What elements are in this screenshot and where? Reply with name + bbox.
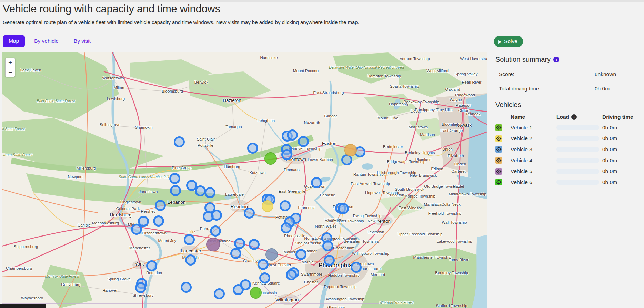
map-label: Parsippany-Troy Hills: [415, 108, 453, 112]
tab-by-visit[interactable]: By visit: [68, 35, 97, 47]
map-marker-visit[interactable]: [281, 222, 292, 233]
map-label: Haddon Township: [328, 273, 359, 277]
solution-summary-table: Score: unknown Total driving time: 0h 0m: [495, 67, 642, 96]
map-marker-visit[interactable]: [195, 185, 206, 196]
vehicle-row[interactable]: Vehicle 4 0h 0m: [495, 155, 642, 166]
map-marker-visit[interactable]: [185, 254, 196, 266]
vehicle-load-bar: [556, 147, 599, 152]
column-driving-time: Driving time: [602, 114, 642, 120]
map-label: Easton: [322, 141, 336, 146]
vehicle-row[interactable]: Vehicle 2 0h 0m: [495, 133, 642, 144]
map-marker-depot[interactable]: [265, 248, 278, 261]
map-marker-visit[interactable]: [287, 129, 298, 141]
map-marker-visit[interactable]: [322, 240, 333, 251]
map-marker-visit[interactable]: [214, 288, 225, 299]
zoom-in-button[interactable]: +: [6, 58, 15, 67]
map-label: Shippensburg: [14, 244, 38, 249]
map-label: Glassboro: [327, 305, 345, 308]
map-marker-visit[interactable]: [258, 259, 269, 270]
map-label: Hamburg: [224, 165, 240, 169]
map-label: Berkeley Township: [435, 271, 468, 275]
map-marker-visit[interactable]: [181, 282, 192, 293]
vehicle-crosshair-icon: [495, 157, 502, 164]
map-label: Michaux State Forest: [45, 274, 79, 278]
vehicle-row[interactable]: Vehicle 5 0h 0m: [495, 166, 642, 177]
map-marker-visit[interactable]: [281, 149, 292, 160]
vehicle-load-bar: [556, 180, 599, 185]
map-label: Selinsgrove: [100, 123, 120, 127]
map-marker-depot[interactable]: [344, 144, 357, 156]
map-marker-visit[interactable]: [259, 272, 270, 283]
map-marker-visit[interactable]: [247, 143, 258, 154]
map-label: Marple: [301, 260, 313, 264]
map-marker-visit[interactable]: [234, 238, 245, 249]
map-label: Stafford Township: [436, 304, 467, 308]
tab-by-vehicle[interactable]: By vehicle: [28, 35, 64, 47]
load-info-icon[interactable]: i: [571, 114, 577, 120]
map-label: Franconia: [298, 205, 315, 210]
map-marker-visit[interactable]: [295, 249, 306, 260]
info-icon[interactable]: i: [553, 57, 559, 62]
map-marker-visit[interactable]: [174, 136, 185, 147]
tab-map[interactable]: Map: [3, 35, 25, 47]
vehicle-row[interactable]: Vehicle 6 0h 0m: [495, 177, 642, 188]
solve-button[interactable]: ▶ Solve: [494, 36, 523, 47]
map-label: Upper Freehold Township: [398, 232, 443, 236]
vehicle-crosshair-icon: [495, 146, 502, 153]
map-label: Chester: [304, 280, 318, 284]
map-label: Philadelphia: [319, 262, 352, 269]
score-value: unknown: [595, 71, 616, 77]
map-marker-depot[interactable]: [264, 152, 277, 165]
map-marker-visit[interactable]: [153, 215, 164, 227]
map-marker-visit[interactable]: [211, 210, 222, 221]
map-marker-depot[interactable]: [206, 238, 220, 251]
map-label: Mount Laurel: [358, 267, 381, 271]
map-marker-visit[interactable]: [170, 185, 181, 196]
map-marker-visit[interactable]: [286, 269, 297, 280]
map-marker-visit[interactable]: [204, 187, 215, 198]
map-marker-visit[interactable]: [311, 177, 322, 188]
map-marker-visit[interactable]: [240, 279, 251, 290]
map-label: Rockaway Township: [403, 100, 439, 104]
map-marker-depot[interactable]: [250, 287, 262, 299]
map-marker-visit[interactable]: [244, 208, 255, 219]
map-marker-visit[interactable]: [210, 225, 221, 237]
map-label: Mechanicsburg: [92, 221, 119, 225]
map-label: Tuscarora State Forest: [2, 153, 32, 157]
map-label: East Greenville: [279, 189, 305, 193]
map-label: Willingboro Township: [352, 251, 389, 256]
map-marker-visit[interactable]: [131, 224, 142, 235]
map-label: Hopewell Township: [365, 191, 399, 195]
map-marker-visit[interactable]: [169, 173, 180, 184]
map-label: Emmaus: [284, 167, 299, 172]
map-label: Bloomfield: [442, 122, 460, 126]
map-marker-visit[interactable]: [135, 282, 146, 293]
map-marker-visit[interactable]: [146, 260, 157, 271]
vehicle-load-bar: [556, 125, 599, 130]
vehicle-row[interactable]: Vehicle 1 0h 0m: [495, 122, 642, 133]
page-subtitle: Generate optimal route plan of a vehicle…: [3, 19, 359, 25]
map-label: York: [135, 261, 144, 267]
vehicles-table: Name Load i Driving time Vehicle 1: [495, 112, 642, 188]
map-marker-visit[interactable]: [338, 203, 349, 214]
map-marker-visit[interactable]: [230, 248, 241, 259]
map-label: Newport: [68, 175, 83, 179]
map-marker-visit[interactable]: [324, 255, 335, 266]
map-label: Lakewood Township: [436, 239, 472, 243]
zoom-out-button[interactable]: −: [6, 67, 15, 77]
map-marker-visit[interactable]: [184, 234, 195, 245]
map-canvas[interactable]: Lock HavenNanticokeMount PoconoEast Stro…: [2, 52, 487, 308]
map-marker-visit[interactable]: [351, 262, 362, 273]
map-marker-visit[interactable]: [298, 136, 309, 147]
map-marker-visit[interactable]: [155, 200, 166, 211]
map-marker-visit[interactable]: [249, 239, 260, 250]
map-label: Plainfield: [415, 157, 432, 162]
map-marker-visit[interactable]: [280, 200, 291, 211]
map-label: Milton: [114, 86, 124, 90]
map-label: Wilmington: [276, 297, 299, 302]
vehicle-row[interactable]: Vehicle 3 0h 0m: [495, 144, 642, 155]
map-label: Hillsborough Township: [377, 171, 416, 175]
map-label: Colts Neck: [441, 202, 461, 206]
solve-button-label: Solve: [504, 38, 517, 45]
map-marker-depot[interactable]: [262, 200, 273, 212]
